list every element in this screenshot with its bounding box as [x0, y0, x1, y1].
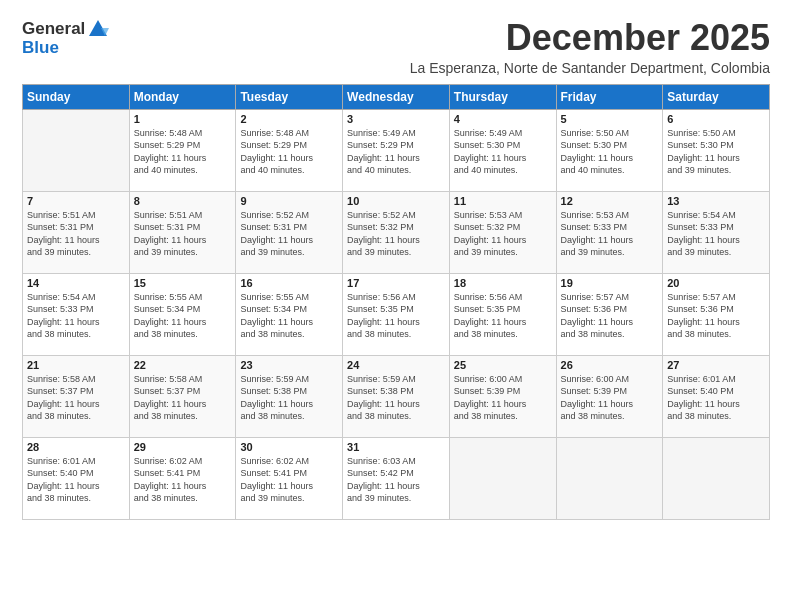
logo-flag: General — [22, 18, 109, 40]
calendar-cell — [663, 437, 770, 519]
subtitle: La Esperanza, Norte de Santander Departm… — [410, 60, 770, 76]
calendar-week-1: 1Sunrise: 5:48 AMSunset: 5:29 PMDaylight… — [23, 109, 770, 191]
day-info: Sunrise: 5:48 AMSunset: 5:29 PMDaylight:… — [240, 127, 338, 177]
calendar-cell: 21Sunrise: 5:58 AMSunset: 5:37 PMDayligh… — [23, 355, 130, 437]
day-info: Sunrise: 5:57 AMSunset: 5:36 PMDaylight:… — [561, 291, 659, 341]
calendar-cell: 20Sunrise: 5:57 AMSunset: 5:36 PMDayligh… — [663, 273, 770, 355]
day-info: Sunrise: 6:01 AMSunset: 5:40 PMDaylight:… — [27, 455, 125, 505]
calendar-cell: 22Sunrise: 5:58 AMSunset: 5:37 PMDayligh… — [129, 355, 236, 437]
col-friday: Friday — [556, 84, 663, 109]
logo: General Blue — [22, 18, 109, 58]
calendar-cell: 11Sunrise: 5:53 AMSunset: 5:32 PMDayligh… — [449, 191, 556, 273]
day-number: 17 — [347, 277, 445, 289]
day-info: Sunrise: 6:00 AMSunset: 5:39 PMDaylight:… — [561, 373, 659, 423]
day-number: 8 — [134, 195, 232, 207]
day-info: Sunrise: 5:58 AMSunset: 5:37 PMDaylight:… — [134, 373, 232, 423]
day-number: 3 — [347, 113, 445, 125]
day-info: Sunrise: 5:58 AMSunset: 5:37 PMDaylight:… — [27, 373, 125, 423]
calendar-week-4: 21Sunrise: 5:58 AMSunset: 5:37 PMDayligh… — [23, 355, 770, 437]
day-number: 30 — [240, 441, 338, 453]
logo-blue: Blue — [22, 38, 59, 58]
day-info: Sunrise: 5:49 AMSunset: 5:29 PMDaylight:… — [347, 127, 445, 177]
day-number: 27 — [667, 359, 765, 371]
header: General Blue December 2025 La Esperanza,… — [22, 18, 770, 76]
day-info: Sunrise: 5:51 AMSunset: 5:31 PMDaylight:… — [27, 209, 125, 259]
day-number: 2 — [240, 113, 338, 125]
day-number: 15 — [134, 277, 232, 289]
calendar-cell: 5Sunrise: 5:50 AMSunset: 5:30 PMDaylight… — [556, 109, 663, 191]
calendar-cell: 16Sunrise: 5:55 AMSunset: 5:34 PMDayligh… — [236, 273, 343, 355]
calendar-cell: 13Sunrise: 5:54 AMSunset: 5:33 PMDayligh… — [663, 191, 770, 273]
day-info: Sunrise: 6:00 AMSunset: 5:39 PMDaylight:… — [454, 373, 552, 423]
day-number: 21 — [27, 359, 125, 371]
day-info: Sunrise: 5:54 AMSunset: 5:33 PMDaylight:… — [667, 209, 765, 259]
day-number: 13 — [667, 195, 765, 207]
calendar-cell: 24Sunrise: 5:59 AMSunset: 5:38 PMDayligh… — [343, 355, 450, 437]
title-block: December 2025 La Esperanza, Norte de San… — [410, 18, 770, 76]
day-info: Sunrise: 6:01 AMSunset: 5:40 PMDaylight:… — [667, 373, 765, 423]
col-thursday: Thursday — [449, 84, 556, 109]
day-info: Sunrise: 5:50 AMSunset: 5:30 PMDaylight:… — [561, 127, 659, 177]
calendar-cell: 17Sunrise: 5:56 AMSunset: 5:35 PMDayligh… — [343, 273, 450, 355]
calendar-cell: 23Sunrise: 5:59 AMSunset: 5:38 PMDayligh… — [236, 355, 343, 437]
calendar-cell: 28Sunrise: 6:01 AMSunset: 5:40 PMDayligh… — [23, 437, 130, 519]
logo-general: General — [22, 19, 85, 39]
col-monday: Monday — [129, 84, 236, 109]
day-info: Sunrise: 5:51 AMSunset: 5:31 PMDaylight:… — [134, 209, 232, 259]
calendar-table: Sunday Monday Tuesday Wednesday Thursday… — [22, 84, 770, 520]
calendar-cell: 6Sunrise: 5:50 AMSunset: 5:30 PMDaylight… — [663, 109, 770, 191]
day-number: 11 — [454, 195, 552, 207]
logo-icon — [87, 18, 109, 40]
day-info: Sunrise: 5:49 AMSunset: 5:30 PMDaylight:… — [454, 127, 552, 177]
day-number: 22 — [134, 359, 232, 371]
day-info: Sunrise: 6:02 AMSunset: 5:41 PMDaylight:… — [240, 455, 338, 505]
calendar-cell: 18Sunrise: 5:56 AMSunset: 5:35 PMDayligh… — [449, 273, 556, 355]
day-info: Sunrise: 5:57 AMSunset: 5:36 PMDaylight:… — [667, 291, 765, 341]
calendar-cell: 25Sunrise: 6:00 AMSunset: 5:39 PMDayligh… — [449, 355, 556, 437]
day-number: 16 — [240, 277, 338, 289]
day-number: 12 — [561, 195, 659, 207]
day-number: 23 — [240, 359, 338, 371]
col-tuesday: Tuesday — [236, 84, 343, 109]
day-info: Sunrise: 6:02 AMSunset: 5:41 PMDaylight:… — [134, 455, 232, 505]
calendar-cell: 26Sunrise: 6:00 AMSunset: 5:39 PMDayligh… — [556, 355, 663, 437]
calendar-cell — [556, 437, 663, 519]
day-number: 24 — [347, 359, 445, 371]
day-info: Sunrise: 5:59 AMSunset: 5:38 PMDaylight:… — [347, 373, 445, 423]
day-number: 19 — [561, 277, 659, 289]
header-row: Sunday Monday Tuesday Wednesday Thursday… — [23, 84, 770, 109]
day-number: 18 — [454, 277, 552, 289]
day-info: Sunrise: 5:55 AMSunset: 5:34 PMDaylight:… — [240, 291, 338, 341]
calendar-cell: 30Sunrise: 6:02 AMSunset: 5:41 PMDayligh… — [236, 437, 343, 519]
day-number: 29 — [134, 441, 232, 453]
day-info: Sunrise: 5:50 AMSunset: 5:30 PMDaylight:… — [667, 127, 765, 177]
day-info: Sunrise: 5:59 AMSunset: 5:38 PMDaylight:… — [240, 373, 338, 423]
calendar-cell: 8Sunrise: 5:51 AMSunset: 5:31 PMDaylight… — [129, 191, 236, 273]
calendar-cell: 29Sunrise: 6:02 AMSunset: 5:41 PMDayligh… — [129, 437, 236, 519]
day-number: 20 — [667, 277, 765, 289]
day-number: 1 — [134, 113, 232, 125]
day-number: 26 — [561, 359, 659, 371]
calendar-week-2: 7Sunrise: 5:51 AMSunset: 5:31 PMDaylight… — [23, 191, 770, 273]
day-info: Sunrise: 5:52 AMSunset: 5:31 PMDaylight:… — [240, 209, 338, 259]
calendar-cell: 15Sunrise: 5:55 AMSunset: 5:34 PMDayligh… — [129, 273, 236, 355]
day-number: 7 — [27, 195, 125, 207]
calendar-cell: 7Sunrise: 5:51 AMSunset: 5:31 PMDaylight… — [23, 191, 130, 273]
col-wednesday: Wednesday — [343, 84, 450, 109]
calendar-cell: 14Sunrise: 5:54 AMSunset: 5:33 PMDayligh… — [23, 273, 130, 355]
day-info: Sunrise: 5:55 AMSunset: 5:34 PMDaylight:… — [134, 291, 232, 341]
day-number: 25 — [454, 359, 552, 371]
day-number: 14 — [27, 277, 125, 289]
calendar-cell: 4Sunrise: 5:49 AMSunset: 5:30 PMDaylight… — [449, 109, 556, 191]
day-info: Sunrise: 5:48 AMSunset: 5:29 PMDaylight:… — [134, 127, 232, 177]
calendar-cell: 9Sunrise: 5:52 AMSunset: 5:31 PMDaylight… — [236, 191, 343, 273]
day-info: Sunrise: 5:56 AMSunset: 5:35 PMDaylight:… — [454, 291, 552, 341]
calendar-cell: 19Sunrise: 5:57 AMSunset: 5:36 PMDayligh… — [556, 273, 663, 355]
day-number: 9 — [240, 195, 338, 207]
day-info: Sunrise: 5:53 AMSunset: 5:32 PMDaylight:… — [454, 209, 552, 259]
day-number: 28 — [27, 441, 125, 453]
calendar-week-3: 14Sunrise: 5:54 AMSunset: 5:33 PMDayligh… — [23, 273, 770, 355]
day-info: Sunrise: 6:03 AMSunset: 5:42 PMDaylight:… — [347, 455, 445, 505]
month-title: December 2025 — [410, 18, 770, 58]
day-info: Sunrise: 5:52 AMSunset: 5:32 PMDaylight:… — [347, 209, 445, 259]
